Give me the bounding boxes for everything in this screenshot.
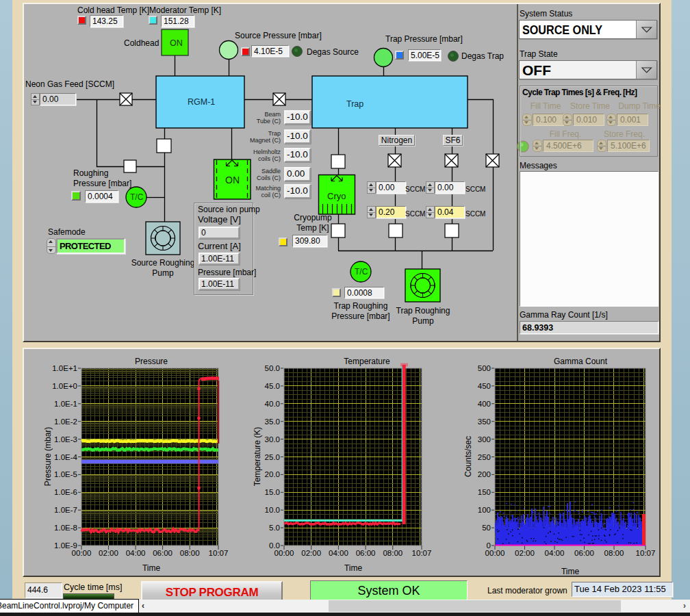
svg-text:1.0E-5: 1.0E-5 — [54, 470, 77, 478]
svg-text:20.0: 20.0 — [265, 470, 280, 478]
svg-text:1.0E-6: 1.0E-6 — [54, 488, 77, 496]
svg-text:Counts/sec: Counts/sec — [463, 436, 473, 477]
svg-text:200: 200 — [478, 470, 491, 478]
svg-text:04:00: 04:00 — [329, 549, 348, 557]
svg-text:5.0: 5.0 — [269, 524, 280, 532]
svg-text:04:00: 04:00 — [126, 549, 146, 557]
svg-text:1.0E-1: 1.0E-1 — [54, 400, 77, 408]
svg-text:40.0: 40.0 — [265, 400, 280, 408]
svg-text:08:00: 08:00 — [180, 549, 200, 557]
svg-text:Temperature (K): Temperature (K) — [253, 427, 262, 487]
svg-text:Time: Time — [344, 563, 363, 573]
svg-text:350: 350 — [478, 418, 491, 426]
svg-text:15.0: 15.0 — [265, 488, 280, 496]
svg-text:400: 400 — [478, 400, 491, 408]
svg-text:50: 50 — [482, 524, 491, 532]
svg-text:1.0E-4: 1.0E-4 — [54, 453, 77, 461]
svg-text:250: 250 — [478, 453, 491, 461]
svg-text:08:00: 08:00 — [604, 549, 624, 557]
svg-text:1.0E-3: 1.0E-3 — [54, 435, 77, 444]
svg-text:Gamma Count: Gamma Count — [554, 357, 608, 366]
svg-text:10:07: 10:07 — [636, 549, 656, 557]
svg-text:00:00: 00:00 — [72, 549, 92, 557]
svg-text:10.0: 10.0 — [265, 506, 280, 514]
svg-text:02:00: 02:00 — [301, 549, 321, 557]
svg-text:1.0E-8: 1.0E-8 — [54, 524, 77, 532]
svg-text:10:07: 10:07 — [412, 549, 432, 557]
svg-text:1.0E-7: 1.0E-7 — [54, 506, 77, 514]
svg-text:1.0E-2: 1.0E-2 — [54, 418, 77, 426]
svg-text:08:00: 08:00 — [383, 549, 402, 557]
svg-text:Pressure: Pressure — [135, 357, 168, 366]
svg-text:25.0: 25.0 — [265, 453, 280, 461]
svg-text:50.0: 50.0 — [265, 364, 280, 372]
svg-text:Time: Time — [561, 567, 580, 576]
svg-text:30.0: 30.0 — [265, 435, 280, 444]
svg-text:1.0E+1: 1.0E+1 — [52, 364, 77, 372]
svg-text:00:00: 00:00 — [274, 549, 294, 557]
svg-text:500: 500 — [478, 364, 491, 372]
svg-text:00:00: 00:00 — [485, 549, 505, 557]
svg-text:45.0: 45.0 — [265, 382, 280, 390]
svg-text:06:00: 06:00 — [356, 549, 376, 557]
svg-text:10:07: 10:07 — [209, 549, 229, 557]
svg-text:Temperature: Temperature — [344, 357, 390, 366]
svg-text:100: 100 — [478, 506, 491, 514]
svg-text:06:00: 06:00 — [574, 549, 594, 557]
svg-text:04:00: 04:00 — [545, 549, 565, 557]
svg-text:35.0: 35.0 — [265, 418, 280, 426]
svg-text:Time: Time — [142, 563, 161, 573]
svg-text:450: 450 — [478, 382, 491, 390]
svg-text:Pressure (mbar): Pressure (mbar) — [43, 427, 53, 487]
svg-text:300: 300 — [478, 435, 491, 444]
svg-text:150: 150 — [478, 488, 491, 496]
svg-text:02:00: 02:00 — [515, 549, 535, 557]
svg-text:06:00: 06:00 — [153, 549, 172, 557]
svg-text:1.0E+0: 1.0E+0 — [52, 382, 77, 390]
svg-text:02:00: 02:00 — [99, 549, 118, 557]
